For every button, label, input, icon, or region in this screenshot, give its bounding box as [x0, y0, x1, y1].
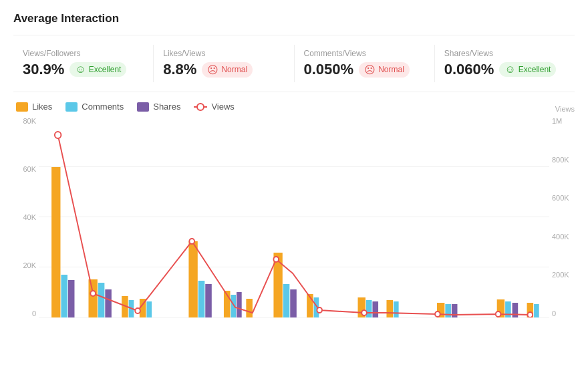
smiley-icon-0: ☺ — [75, 63, 86, 76]
badge-0: ☺ Excellent — [69, 62, 126, 77]
y-label-right-4: 800K — [552, 156, 569, 164]
chart-svg — [39, 117, 549, 317]
legend-box-shares — [137, 102, 149, 112]
y-label-right-0: 0 — [552, 309, 556, 317]
legend-box-likes — [16, 102, 28, 112]
badge-label-0: Excellent — [89, 65, 122, 74]
y-label-left-4: 80K — [23, 117, 36, 125]
y-label-left-0: 0 — [32, 309, 36, 317]
view-dot-1 — [90, 291, 96, 296]
badge-3: ☺ Excellent — [499, 62, 556, 77]
metric-views-followers: Views/Followers 30.9% ☺ Excellent — [13, 45, 154, 82]
view-dot-3 — [189, 239, 194, 244]
bar-comments-5 — [445, 304, 451, 317]
view-dot-0 — [55, 132, 61, 138]
bar-shares-0 — [68, 280, 75, 317]
view-dot-8 — [496, 311, 501, 317]
y-label-left-3: 60K — [23, 165, 36, 173]
card-title: Average Interaction — [13, 12, 575, 25]
view-dot-6 — [361, 310, 367, 315]
bar-comments-sm2 — [146, 301, 152, 317]
metric-label-1: Likes/Views — [163, 49, 284, 58]
chart-wrapper: 0 20K 40K 60K 80K — [13, 117, 575, 331]
legend-comments: Comments — [65, 102, 124, 112]
bar-comments-3 — [283, 284, 290, 317]
badge-label-3: Excellent — [519, 65, 551, 74]
metric-value-3: 0.060% — [444, 61, 494, 78]
bar-shares-5 — [452, 304, 458, 317]
metric-label-2: Comments/Views — [304, 49, 425, 58]
y-axis-right-title: Views — [555, 105, 575, 113]
bar-comments-sm7 — [534, 304, 539, 317]
view-dot-7 — [435, 311, 440, 317]
metric-value-2: 0.050% — [304, 61, 354, 78]
badge-2: ☹ Normal — [359, 62, 410, 78]
bar-shares-sm3 — [237, 292, 242, 317]
badge-1: ☹ Normal — [202, 62, 253, 78]
legend-line-views — [194, 106, 207, 108]
smiley-icon-1: ☹ — [207, 63, 218, 76]
bar-shares-2 — [205, 284, 212, 317]
views-line — [58, 135, 531, 315]
legend-shares-label: Shares — [153, 102, 180, 112]
metric-comments-views: Comments/Views 0.050% ☹ Normal — [295, 45, 435, 82]
bar-comments-2 — [198, 281, 205, 317]
bar-comments-1 — [98, 283, 105, 317]
badge-label-1: Normal — [221, 65, 247, 74]
smiley-icon-2: ☹ — [364, 63, 376, 76]
bar-comments-6 — [505, 301, 511, 317]
divider-2 — [13, 92, 575, 92]
view-dot-4 — [273, 257, 279, 262]
legend-views: Views — [194, 102, 234, 112]
view-dot-2 — [135, 308, 140, 313]
metric-value-row-0: 30.9% ☺ Excellent — [23, 61, 144, 78]
bar-shares-4 — [372, 301, 378, 317]
chart-legend: Likes Comments Shares Views — [13, 102, 575, 112]
y-label-left-2: 40K — [23, 213, 36, 221]
bar-comments-0 — [61, 275, 67, 317]
chart-area — [39, 117, 549, 317]
metric-value-row-2: 0.050% ☹ Normal — [304, 61, 425, 78]
bar-shares-6 — [512, 303, 519, 317]
metric-label-0: Views/Followers — [23, 49, 144, 58]
view-dot-5 — [317, 307, 322, 313]
badge-label-2: Normal — [378, 65, 404, 74]
y-axis-right: Views 0 200K 400K 600K 800K 1M — [549, 117, 575, 317]
smiley-icon-3: ☺ — [504, 63, 515, 76]
metric-likes-views: Likes/Views 8.8% ☹ Normal — [154, 45, 294, 82]
divider — [13, 35, 575, 35]
legend-likes: Likes — [16, 102, 52, 112]
bar-comments-sm6 — [394, 301, 399, 317]
metric-value-0: 30.9% — [23, 61, 64, 78]
y-label-right-1: 200K — [552, 271, 569, 279]
y-axis-left: 0 20K 40K 60K 80K — [13, 117, 39, 317]
bar-likes-1 — [88, 279, 97, 317]
legend-likes-label: Likes — [32, 102, 52, 112]
metric-label-3: Shares/Views — [444, 49, 565, 58]
bar-comments-4 — [366, 300, 372, 317]
bar-likes-0 — [51, 167, 60, 317]
y-label-right-5: 1M — [552, 117, 562, 125]
y-label-left-1: 20K — [23, 261, 36, 269]
y-label-right-2: 400K — [552, 233, 569, 241]
metrics-row: Views/Followers 30.9% ☺ Excellent Likes/… — [13, 45, 575, 82]
legend-box-comments — [65, 102, 78, 112]
bar-likes-sm4 — [246, 299, 253, 317]
bar-likes-sm6 — [386, 300, 393, 317]
bar-shares-1 — [105, 289, 112, 317]
metric-shares-views: Shares/Views 0.060% ☺ Excellent — [435, 45, 575, 82]
average-interaction-card: Average Interaction Views/Followers 30.9… — [0, 0, 588, 342]
metric-value-1: 8.8% — [163, 61, 196, 78]
bar-likes-2 — [188, 241, 197, 317]
bar-shares-3 — [290, 289, 297, 317]
metric-value-row-1: 8.8% ☹ Normal — [163, 61, 284, 78]
legend-comments-label: Comments — [82, 102, 124, 112]
view-dot-9 — [528, 312, 533, 317]
legend-shares: Shares — [137, 102, 180, 112]
y-label-right-3: 600K — [552, 194, 569, 202]
metric-value-row-3: 0.060% ☺ Excellent — [444, 61, 565, 78]
legend-views-label: Views — [211, 102, 234, 112]
